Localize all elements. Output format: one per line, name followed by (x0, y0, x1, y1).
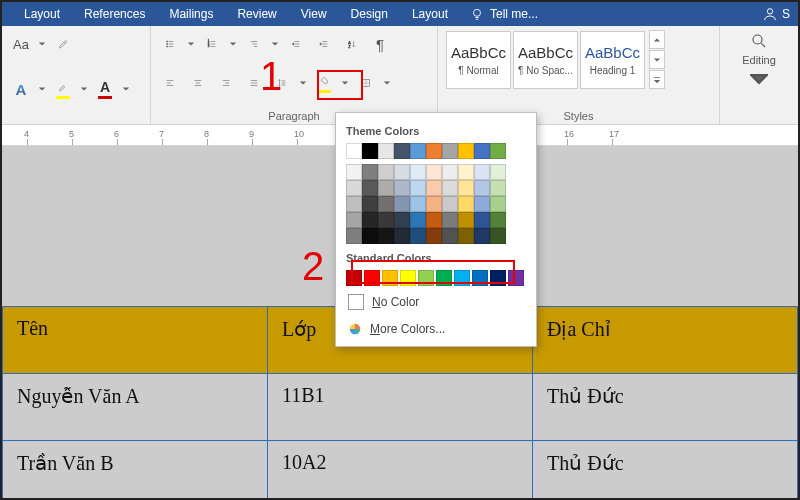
style-normal[interactable]: AaBbCc¶ Normal (446, 31, 511, 89)
tab-view[interactable]: View (289, 2, 339, 26)
standard-swatch[interactable] (490, 270, 506, 286)
font-color-button[interactable]: A (94, 79, 116, 95)
table-header-cell[interactable]: Tên (3, 307, 268, 374)
style-nav-more[interactable] (649, 70, 665, 89)
theme-swatch[interactable] (474, 212, 490, 228)
theme-swatch[interactable] (346, 180, 362, 196)
more-colors-item[interactable]: More Colors... (346, 318, 526, 340)
theme-swatch[interactable] (426, 212, 442, 228)
theme-swatch[interactable] (410, 196, 426, 212)
theme-swatch[interactable] (410, 212, 426, 228)
table-cell[interactable]: 10A2 (268, 441, 533, 501)
theme-swatch[interactable] (378, 143, 394, 159)
theme-swatch[interactable] (394, 212, 410, 228)
theme-swatch[interactable] (442, 180, 458, 196)
change-case-dropdown[interactable] (38, 33, 46, 55)
theme-swatch[interactable] (458, 164, 474, 180)
theme-swatch[interactable] (394, 164, 410, 180)
theme-swatch[interactable] (346, 196, 362, 212)
tell-me[interactable]: Tell me... (460, 7, 548, 21)
theme-swatch[interactable] (474, 196, 490, 212)
style-nav-up[interactable] (649, 30, 665, 49)
theme-swatch[interactable] (410, 228, 426, 244)
standard-swatch[interactable] (418, 270, 434, 286)
tab-layout[interactable]: Layout (12, 2, 72, 26)
text-effects-button[interactable]: A (10, 78, 32, 100)
shading-dropdown[interactable] (341, 72, 349, 94)
highlight-dropdown[interactable] (80, 78, 88, 100)
standard-swatch[interactable] (346, 270, 362, 286)
theme-swatch[interactable] (490, 212, 506, 228)
standard-swatch[interactable] (400, 270, 416, 286)
style-heading1[interactable]: AaBbCcHeading 1 (580, 31, 645, 89)
theme-swatch[interactable] (394, 228, 410, 244)
share-button[interactable]: S (754, 6, 798, 22)
editing-dropdown-icon[interactable] (750, 70, 768, 88)
theme-swatch[interactable] (490, 228, 506, 244)
theme-swatch[interactable] (362, 212, 378, 228)
clear-formatting-button[interactable] (52, 33, 74, 55)
table-cell[interactable]: Nguyễn Văn A (3, 374, 268, 441)
show-marks-button[interactable]: ¶ (369, 33, 391, 55)
theme-swatch[interactable] (474, 164, 490, 180)
theme-swatch[interactable] (378, 228, 394, 244)
multilevel-dropdown[interactable] (271, 33, 279, 55)
theme-swatch[interactable] (426, 143, 442, 159)
theme-swatch[interactable] (410, 143, 426, 159)
theme-swatch[interactable] (362, 228, 378, 244)
table-header-cell[interactable]: Địa Chỉ (533, 307, 798, 374)
tab-mailings[interactable]: Mailings (157, 2, 225, 26)
style-nav-down[interactable] (649, 50, 665, 69)
tab-review[interactable]: Review (225, 2, 288, 26)
justify-button[interactable] (243, 72, 265, 94)
line-spacing-button[interactable] (271, 72, 293, 94)
align-right-button[interactable] (215, 72, 237, 94)
theme-swatch[interactable] (442, 212, 458, 228)
theme-swatch[interactable] (458, 143, 474, 159)
bullets-button[interactable] (159, 33, 181, 55)
table-row[interactable]: Trần Văn B 10A2 Thủ Đức (3, 441, 798, 501)
tab-references[interactable]: References (72, 2, 157, 26)
theme-swatch[interactable] (394, 180, 410, 196)
sort-button[interactable]: AZ (341, 33, 363, 55)
align-left-button[interactable] (159, 72, 181, 94)
theme-swatch[interactable] (362, 196, 378, 212)
text-effects-dropdown[interactable] (38, 78, 46, 100)
theme-swatch[interactable] (490, 196, 506, 212)
theme-swatch[interactable] (458, 228, 474, 244)
line-spacing-dropdown[interactable] (299, 72, 307, 94)
borders-dropdown[interactable] (383, 72, 391, 94)
font-color-dropdown[interactable] (122, 78, 130, 100)
theme-swatch[interactable] (458, 196, 474, 212)
theme-swatch[interactable] (378, 164, 394, 180)
theme-swatch[interactable] (474, 228, 490, 244)
table-cell[interactable]: Thủ Đức (533, 374, 798, 441)
table-cell[interactable]: Trần Văn B (3, 441, 268, 501)
numbering-dropdown[interactable] (229, 33, 237, 55)
standard-swatch[interactable] (364, 270, 380, 286)
theme-swatch[interactable] (490, 180, 506, 196)
theme-swatch[interactable] (394, 196, 410, 212)
table-row[interactable]: Nguyễn Văn A 11B1 Thủ Đức (3, 374, 798, 441)
table-cell[interactable]: Thủ Đức (533, 441, 798, 501)
theme-swatch[interactable] (426, 180, 442, 196)
theme-swatch[interactable] (346, 212, 362, 228)
theme-swatch[interactable] (442, 196, 458, 212)
increase-indent-button[interactable] (313, 33, 335, 55)
theme-swatch[interactable] (426, 228, 442, 244)
decrease-indent-button[interactable] (285, 33, 307, 55)
theme-swatch[interactable] (490, 143, 506, 159)
theme-swatch[interactable] (346, 143, 362, 159)
shading-button[interactable] (313, 73, 335, 89)
change-case-button[interactable]: Aa (10, 33, 32, 55)
theme-swatch[interactable] (378, 196, 394, 212)
standard-swatch[interactable] (436, 270, 452, 286)
table-cell[interactable]: 11B1 (268, 374, 533, 441)
theme-swatch[interactable] (378, 180, 394, 196)
multilevel-list-button[interactable] (243, 33, 265, 55)
theme-swatch[interactable] (442, 143, 458, 159)
theme-swatch[interactable] (362, 143, 378, 159)
theme-swatch[interactable] (426, 196, 442, 212)
theme-swatch[interactable] (362, 164, 378, 180)
no-color-item[interactable]: No Color (346, 290, 526, 314)
